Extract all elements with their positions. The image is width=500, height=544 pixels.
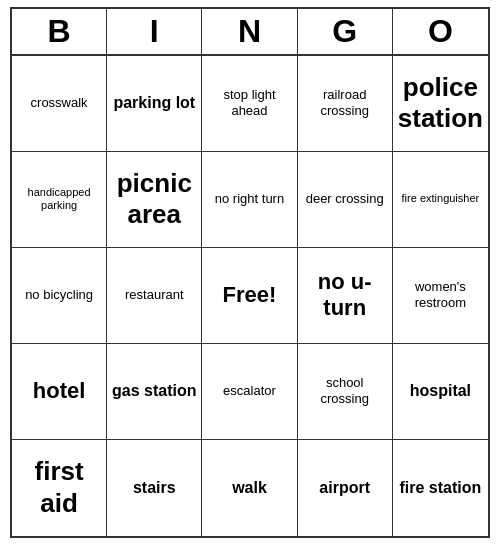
bingo-cell: fire extinguisher <box>393 152 488 248</box>
bingo-cell: handicapped parking <box>12 152 107 248</box>
bingo-cell: hospital <box>393 344 488 440</box>
bingo-cell: gas station <box>107 344 202 440</box>
bingo-cell: first aid <box>12 440 107 536</box>
bingo-letter: N <box>202 9 297 54</box>
bingo-cell: escalator <box>202 344 297 440</box>
bingo-cell: no right turn <box>202 152 297 248</box>
bingo-cell: hotel <box>12 344 107 440</box>
bingo-cell: women's restroom <box>393 248 488 344</box>
bingo-cell: walk <box>202 440 297 536</box>
bingo-cell: airport <box>298 440 393 536</box>
bingo-cell: deer crossing <box>298 152 393 248</box>
bingo-letter: O <box>393 9 488 54</box>
bingo-grid: crosswalkparking lotstop light aheadrail… <box>12 56 488 536</box>
bingo-header: BINGO <box>12 9 488 56</box>
bingo-cell: police station <box>393 56 488 152</box>
bingo-cell: no u-turn <box>298 248 393 344</box>
bingo-cell: school crossing <box>298 344 393 440</box>
bingo-cell: no bicycling <box>12 248 107 344</box>
bingo-letter: G <box>298 9 393 54</box>
bingo-letter: B <box>12 9 107 54</box>
bingo-cell: fire station <box>393 440 488 536</box>
bingo-cell: crosswalk <box>12 56 107 152</box>
bingo-cell: railroad crossing <box>298 56 393 152</box>
bingo-cell: picnic area <box>107 152 202 248</box>
bingo-cell: stop light ahead <box>202 56 297 152</box>
bingo-cell: parking lot <box>107 56 202 152</box>
bingo-cell: Free! <box>202 248 297 344</box>
bingo-card: BINGO crosswalkparking lotstop light ahe… <box>10 7 490 538</box>
bingo-cell: stairs <box>107 440 202 536</box>
bingo-cell: restaurant <box>107 248 202 344</box>
bingo-letter: I <box>107 9 202 54</box>
